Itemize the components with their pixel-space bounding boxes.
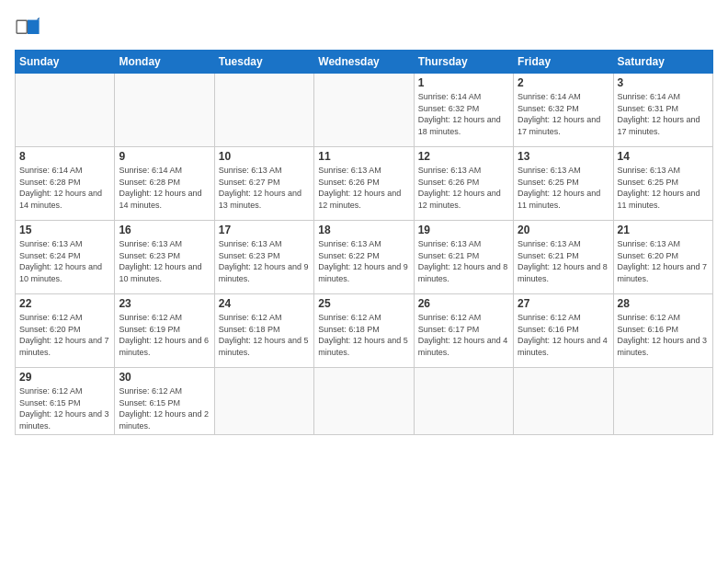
calendar-cell: 25Sunrise: 6:12 AMSunset: 6:18 PMDayligh… xyxy=(314,294,414,368)
day-number: 26 xyxy=(418,297,509,310)
day-info: Sunrise: 6:13 AMSunset: 6:23 PMDaylight:… xyxy=(119,238,210,284)
day-number: 22 xyxy=(19,297,110,310)
calendar-cell xyxy=(214,368,313,435)
calendar-cell: 11Sunrise: 6:13 AMSunset: 6:26 PMDayligh… xyxy=(314,147,414,221)
day-info: Sunrise: 6:12 AMSunset: 6:16 PMDaylight:… xyxy=(618,312,709,358)
day-header-tuesday: Tuesday xyxy=(214,51,313,74)
day-info: Sunrise: 6:14 AMSunset: 6:28 PMDaylight:… xyxy=(119,165,210,211)
calendar-cell: 14Sunrise: 6:13 AMSunset: 6:25 PMDayligh… xyxy=(613,147,712,221)
day-number: 9 xyxy=(119,150,210,163)
calendar-cell: 19Sunrise: 6:13 AMSunset: 6:21 PMDayligh… xyxy=(414,221,513,294)
day-header-friday: Friday xyxy=(514,51,613,74)
calendar-cell: 12Sunrise: 6:13 AMSunset: 6:26 PMDayligh… xyxy=(414,147,513,221)
calendar: SundayMondayTuesdayWednesdayThursdayFrid… xyxy=(15,50,713,435)
day-header-saturday: Saturday xyxy=(613,51,712,74)
day-info: Sunrise: 6:12 AMSunset: 6:20 PMDaylight:… xyxy=(19,312,110,358)
day-number: 25 xyxy=(318,297,409,310)
day-number: 23 xyxy=(119,297,210,310)
day-number: 11 xyxy=(318,150,409,163)
day-number: 12 xyxy=(418,150,509,163)
calendar-cell: 16Sunrise: 6:13 AMSunset: 6:23 PMDayligh… xyxy=(115,221,214,294)
logo xyxy=(15,15,44,40)
calendar-cell xyxy=(115,74,214,147)
day-info: Sunrise: 6:14 AMSunset: 6:28 PMDaylight:… xyxy=(19,165,110,211)
calendar-cell: 1Sunrise: 6:14 AMSunset: 6:32 PMDaylight… xyxy=(414,74,513,147)
day-info: Sunrise: 6:14 AMSunset: 6:32 PMDaylight:… xyxy=(418,91,509,137)
day-number: 18 xyxy=(318,224,409,236)
day-number: 28 xyxy=(618,297,709,310)
day-info: Sunrise: 6:13 AMSunset: 6:27 PMDaylight:… xyxy=(219,165,310,211)
day-info: Sunrise: 6:12 AMSunset: 6:15 PMDaylight:… xyxy=(19,385,110,431)
calendar-cell xyxy=(16,74,115,147)
day-number: 3 xyxy=(618,76,709,89)
calendar-cell: 2Sunrise: 6:14 AMSunset: 6:32 PMDaylight… xyxy=(514,74,613,147)
calendar-cell: 28Sunrise: 6:12 AMSunset: 6:16 PMDayligh… xyxy=(613,294,712,368)
day-info: Sunrise: 6:12 AMSunset: 6:18 PMDaylight:… xyxy=(219,312,310,358)
day-info: Sunrise: 6:12 AMSunset: 6:15 PMDaylight:… xyxy=(119,385,210,431)
day-header-monday: Monday xyxy=(115,51,214,74)
calendar-cell: 24Sunrise: 6:12 AMSunset: 6:18 PMDayligh… xyxy=(214,294,313,368)
calendar-cell: 3Sunrise: 6:14 AMSunset: 6:31 PMDaylight… xyxy=(613,74,712,147)
day-info: Sunrise: 6:13 AMSunset: 6:21 PMDaylight:… xyxy=(518,238,609,284)
day-info: Sunrise: 6:13 AMSunset: 6:20 PMDaylight:… xyxy=(618,238,709,284)
day-number: 15 xyxy=(19,224,110,236)
svg-marker-2 xyxy=(28,20,40,34)
day-number: 14 xyxy=(618,150,709,163)
day-number: 8 xyxy=(19,150,110,163)
day-info: Sunrise: 6:13 AMSunset: 6:25 PMDaylight:… xyxy=(618,165,709,211)
calendar-cell: 10Sunrise: 6:13 AMSunset: 6:27 PMDayligh… xyxy=(214,147,313,221)
day-info: Sunrise: 6:13 AMSunset: 6:26 PMDaylight:… xyxy=(418,165,509,211)
calendar-cell xyxy=(414,368,513,435)
calendar-cell: 29Sunrise: 6:12 AMSunset: 6:15 PMDayligh… xyxy=(16,368,115,435)
day-number: 13 xyxy=(518,150,609,163)
calendar-cell xyxy=(214,74,313,147)
day-info: Sunrise: 6:12 AMSunset: 6:17 PMDaylight:… xyxy=(418,312,509,358)
day-info: Sunrise: 6:12 AMSunset: 6:18 PMDaylight:… xyxy=(318,312,409,358)
day-info: Sunrise: 6:13 AMSunset: 6:22 PMDaylight:… xyxy=(318,238,409,284)
calendar-cell: 18Sunrise: 6:13 AMSunset: 6:22 PMDayligh… xyxy=(314,221,414,294)
calendar-cell: 23Sunrise: 6:12 AMSunset: 6:19 PMDayligh… xyxy=(115,294,214,368)
day-number: 1 xyxy=(418,76,509,89)
day-number: 17 xyxy=(219,224,310,236)
day-info: Sunrise: 6:13 AMSunset: 6:24 PMDaylight:… xyxy=(19,238,110,284)
day-number: 16 xyxy=(119,224,210,236)
calendar-cell xyxy=(314,74,414,147)
day-number: 21 xyxy=(618,224,709,236)
day-number: 29 xyxy=(19,371,110,384)
day-info: Sunrise: 6:14 AMSunset: 6:31 PMDaylight:… xyxy=(618,91,709,137)
calendar-cell: 22Sunrise: 6:12 AMSunset: 6:20 PMDayligh… xyxy=(16,294,115,368)
day-number: 24 xyxy=(219,297,310,310)
calendar-cell: 15Sunrise: 6:13 AMSunset: 6:24 PMDayligh… xyxy=(16,221,115,294)
calendar-cell: 17Sunrise: 6:13 AMSunset: 6:23 PMDayligh… xyxy=(214,221,313,294)
calendar-cell xyxy=(514,368,613,435)
day-info: Sunrise: 6:13 AMSunset: 6:21 PMDaylight:… xyxy=(418,238,509,284)
day-header-wednesday: Wednesday xyxy=(314,51,414,74)
day-number: 27 xyxy=(518,297,609,310)
calendar-cell: 26Sunrise: 6:12 AMSunset: 6:17 PMDayligh… xyxy=(414,294,513,368)
calendar-cell: 9Sunrise: 6:14 AMSunset: 6:28 PMDaylight… xyxy=(115,147,214,221)
svg-rect-1 xyxy=(17,21,27,33)
calendar-cell: 8Sunrise: 6:14 AMSunset: 6:28 PMDaylight… xyxy=(16,147,115,221)
day-info: Sunrise: 6:12 AMSunset: 6:19 PMDaylight:… xyxy=(119,312,210,358)
calendar-cell: 27Sunrise: 6:12 AMSunset: 6:16 PMDayligh… xyxy=(514,294,613,368)
calendar-cell xyxy=(613,368,712,435)
day-header-thursday: Thursday xyxy=(414,51,513,74)
day-info: Sunrise: 6:13 AMSunset: 6:23 PMDaylight:… xyxy=(219,238,310,284)
calendar-cell: 20Sunrise: 6:13 AMSunset: 6:21 PMDayligh… xyxy=(514,221,613,294)
day-info: Sunrise: 6:13 AMSunset: 6:26 PMDaylight:… xyxy=(318,165,409,211)
day-info: Sunrise: 6:12 AMSunset: 6:16 PMDaylight:… xyxy=(518,312,609,358)
day-number: 20 xyxy=(518,224,609,236)
svg-marker-3 xyxy=(37,17,40,20)
calendar-cell: 13Sunrise: 6:13 AMSunset: 6:25 PMDayligh… xyxy=(514,147,613,221)
day-number: 19 xyxy=(418,224,509,236)
calendar-cell xyxy=(314,368,414,435)
day-number: 30 xyxy=(119,371,210,384)
calendar-cell: 30Sunrise: 6:12 AMSunset: 6:15 PMDayligh… xyxy=(115,368,214,435)
day-header-sunday: Sunday xyxy=(16,51,115,74)
day-info: Sunrise: 6:13 AMSunset: 6:25 PMDaylight:… xyxy=(518,165,609,211)
calendar-cell: 21Sunrise: 6:13 AMSunset: 6:20 PMDayligh… xyxy=(613,221,712,294)
day-number: 2 xyxy=(518,76,609,89)
day-number: 10 xyxy=(219,150,310,163)
day-info: Sunrise: 6:14 AMSunset: 6:32 PMDaylight:… xyxy=(518,91,609,137)
